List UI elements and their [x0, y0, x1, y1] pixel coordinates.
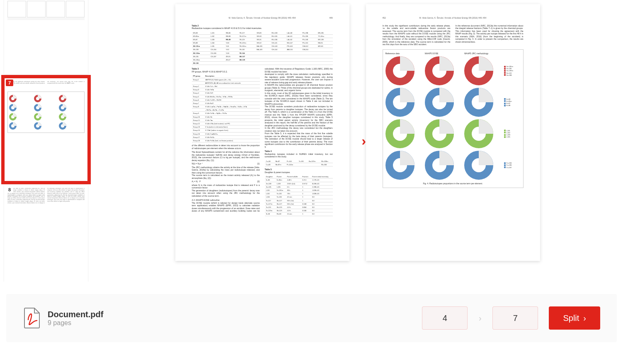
table4: Co-58Nb-87Pr-144Tc-131Ba-137mRh-103m Co-… [265, 160, 333, 166]
body-text: The source term is calculated as the ins… [192, 174, 260, 179]
body-text: where Nᵢ is the mass of radioactive isot… [192, 184, 260, 189]
body-text: The generation of daughters (radioisotop… [192, 189, 260, 198]
body-text: The DOSE module considers production of … [265, 105, 333, 127]
pdf-file-icon [23, 307, 40, 329]
table3: FP groupDescriptionGroup 1VAPOR (V): Nob… [192, 75, 260, 142]
preview-area: 449 M. Vela-García, K. Šimola / Annals o… [92, 0, 623, 282]
body-text: In this study the significant contributo… [383, 24, 451, 46]
page-running-header: M. Vela-García, K. Šimola / Annals of Nu… [383, 17, 524, 19]
thumbnail-sidebar: 7 In this study the significant contribu… [0, 0, 92, 282]
page-corner-number: 452 [383, 17, 386, 19]
document-info: Document.pdf 9 pages [23, 307, 103, 329]
page-number-badge: 8 [6, 186, 13, 193]
table2-subcaption: Radioactive isotopes considered in MAAP … [192, 27, 333, 30]
preview-page-right: 452 M. Vela-García, K. Šimola / Annals o… [366, 4, 540, 261]
body-text: In the reference document (NRC, 2013a) t… [456, 24, 524, 43]
bottom-toolbar: Document.pdf 9 pages › Split › [6, 294, 617, 342]
thumbnail-partial-top[interactable] [4, 0, 88, 75]
split-controls: › Split › [422, 306, 600, 330]
main-area: 7 In this study the significant contribu… [0, 0, 623, 282]
body-text: The JRC methodology obtains the activity… [192, 166, 260, 174]
split-button[interactable]: Split › [549, 306, 600, 330]
table3-subcaption: FP groups, MAAP 4.0.8 & MAAP 5.0.2. [192, 70, 260, 73]
chevron-right-icon: › [583, 313, 586, 323]
equation: N(t) = N₀e⁻ᵗ [192, 162, 203, 165]
page-number-badge: 7 [6, 80, 13, 86]
preview-page-left: 449 M. Vela-García, K. Šimola / Annals o… [175, 4, 349, 261]
figure-caption: Fig. 4. Radioisotopes proportions in the… [385, 182, 521, 185]
body-text: In this study, most of the 65 radioisoto… [265, 92, 333, 106]
chart-col-header: Reference data [385, 52, 423, 55]
body-text: In MAAP5 the radionuclides are grouped i… [265, 84, 333, 92]
thumbnail-page-8[interactable]: 8 Lorem ipsum dolor sit amet, consectetu… [4, 185, 88, 282]
chart-col-header: MAAP5 JRC methodology [464, 52, 502, 55]
range-from-input[interactable] [422, 306, 468, 330]
table2: KR-83I-131RB-86TE-127SR-89RU-103LA-140PU… [192, 31, 333, 65]
page-corner-number: 449 [329, 17, 332, 19]
table4-sub: Radioactive isotopes included in NUREG i… [265, 153, 333, 158]
body-text: From the Table 5, it is expected that th… [265, 132, 333, 148]
range-to-input[interactable] [492, 306, 538, 330]
split-button-label: Split [563, 313, 579, 323]
page-running-header: M. Vela-García, K. Šimola / Annals of Nu… [192, 17, 333, 19]
body-text: The Excel Spreadsheets contain for all t… [192, 151, 260, 162]
document-page-count: 9 pages [48, 319, 103, 327]
figure-4: Reference data MAAP5 DOSE MAAP5 JRC meth… [383, 49, 524, 188]
thumbnail-page-7[interactable]: 7 In this study the significant contribu… [4, 78, 88, 181]
table5: DaughterParentParent half-lifeFractionPa… [265, 175, 333, 216]
document-name: Document.pdf [48, 310, 103, 319]
body-text: developed to comply with the dose calcul… [265, 73, 333, 84]
eq-num: (2) [257, 180, 259, 183]
body-text: In the JRC methodology the decay was con… [265, 127, 333, 132]
next-page-arrow-icon[interactable]: › [361, 133, 366, 149]
chart-col-header: MAAP5 DOSE [425, 52, 463, 55]
range-arrow-icon: › [470, 306, 490, 330]
table5-sub: Daughter & parent isotopes. [265, 171, 333, 174]
eq-num: (1) [257, 162, 259, 165]
body-text: of the different radionuclides is taken … [192, 144, 260, 149]
equation: Aᵢ = Nᵢ · F [192, 180, 201, 183]
